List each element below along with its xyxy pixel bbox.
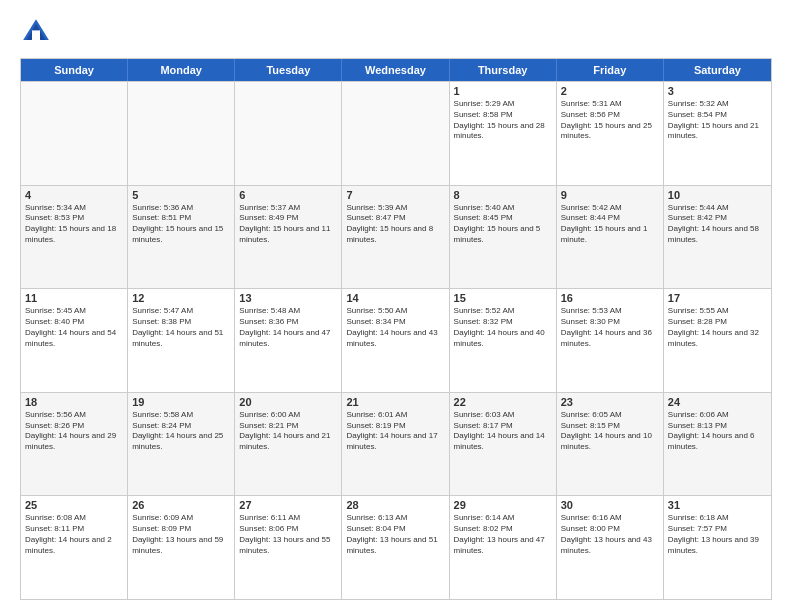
cal-cell-day-14: 14Sunrise: 5:50 AM Sunset: 8:34 PM Dayli… <box>342 289 449 392</box>
day-number: 11 <box>25 292 123 304</box>
cal-cell-day-3: 3Sunrise: 5:32 AM Sunset: 8:54 PM Daylig… <box>664 82 771 185</box>
day-number: 15 <box>454 292 552 304</box>
cell-info: Sunrise: 6:05 AM Sunset: 8:15 PM Dayligh… <box>561 410 659 453</box>
day-number: 19 <box>132 396 230 408</box>
cal-cell-day-2: 2Sunrise: 5:31 AM Sunset: 8:56 PM Daylig… <box>557 82 664 185</box>
day-number: 5 <box>132 189 230 201</box>
cal-cell-day-1: 1Sunrise: 5:29 AM Sunset: 8:58 PM Daylig… <box>450 82 557 185</box>
cell-info: Sunrise: 5:31 AM Sunset: 8:56 PM Dayligh… <box>561 99 659 142</box>
day-number: 31 <box>668 499 767 511</box>
cell-info: Sunrise: 6:06 AM Sunset: 8:13 PM Dayligh… <box>668 410 767 453</box>
cal-cell-day-30: 30Sunrise: 6:16 AM Sunset: 8:00 PM Dayli… <box>557 496 664 599</box>
cal-cell-day-31: 31Sunrise: 6:18 AM Sunset: 7:57 PM Dayli… <box>664 496 771 599</box>
cal-cell-day-6: 6Sunrise: 5:37 AM Sunset: 8:49 PM Daylig… <box>235 186 342 289</box>
cell-info: Sunrise: 5:40 AM Sunset: 8:45 PM Dayligh… <box>454 203 552 246</box>
cell-info: Sunrise: 6:14 AM Sunset: 8:02 PM Dayligh… <box>454 513 552 556</box>
cell-info: Sunrise: 6:03 AM Sunset: 8:17 PM Dayligh… <box>454 410 552 453</box>
cell-info: Sunrise: 5:32 AM Sunset: 8:54 PM Dayligh… <box>668 99 767 142</box>
cal-cell-day-25: 25Sunrise: 6:08 AM Sunset: 8:11 PM Dayli… <box>21 496 128 599</box>
day-number: 7 <box>346 189 444 201</box>
cell-info: Sunrise: 5:53 AM Sunset: 8:30 PM Dayligh… <box>561 306 659 349</box>
cell-info: Sunrise: 5:48 AM Sunset: 8:36 PM Dayligh… <box>239 306 337 349</box>
cal-header-thursday: Thursday <box>450 59 557 81</box>
cell-info: Sunrise: 5:34 AM Sunset: 8:53 PM Dayligh… <box>25 203 123 246</box>
day-number: 20 <box>239 396 337 408</box>
cal-header-sunday: Sunday <box>21 59 128 81</box>
cal-cell-day-22: 22Sunrise: 6:03 AM Sunset: 8:17 PM Dayli… <box>450 393 557 496</box>
logo <box>20 16 56 48</box>
cal-cell-day-18: 18Sunrise: 5:56 AM Sunset: 8:26 PM Dayli… <box>21 393 128 496</box>
day-number: 3 <box>668 85 767 97</box>
cal-cell-day-29: 29Sunrise: 6:14 AM Sunset: 8:02 PM Dayli… <box>450 496 557 599</box>
cell-info: Sunrise: 6:11 AM Sunset: 8:06 PM Dayligh… <box>239 513 337 556</box>
calendar-body: 1Sunrise: 5:29 AM Sunset: 8:58 PM Daylig… <box>21 81 771 599</box>
cell-info: Sunrise: 5:47 AM Sunset: 8:38 PM Dayligh… <box>132 306 230 349</box>
cell-info: Sunrise: 5:55 AM Sunset: 8:28 PM Dayligh… <box>668 306 767 349</box>
cal-cell-day-26: 26Sunrise: 6:09 AM Sunset: 8:09 PM Dayli… <box>128 496 235 599</box>
cal-week-4: 25Sunrise: 6:08 AM Sunset: 8:11 PM Dayli… <box>21 495 771 599</box>
cal-cell-day-5: 5Sunrise: 5:36 AM Sunset: 8:51 PM Daylig… <box>128 186 235 289</box>
cal-cell-day-28: 28Sunrise: 6:13 AM Sunset: 8:04 PM Dayli… <box>342 496 449 599</box>
cal-week-3: 18Sunrise: 5:56 AM Sunset: 8:26 PM Dayli… <box>21 392 771 496</box>
svg-rect-2 <box>32 30 40 41</box>
cal-cell-day-17: 17Sunrise: 5:55 AM Sunset: 8:28 PM Dayli… <box>664 289 771 392</box>
day-number: 28 <box>346 499 444 511</box>
cal-cell-empty <box>21 82 128 185</box>
cal-header-wednesday: Wednesday <box>342 59 449 81</box>
day-number: 9 <box>561 189 659 201</box>
cell-info: Sunrise: 5:52 AM Sunset: 8:32 PM Dayligh… <box>454 306 552 349</box>
cal-cell-day-9: 9Sunrise: 5:42 AM Sunset: 8:44 PM Daylig… <box>557 186 664 289</box>
cal-cell-day-24: 24Sunrise: 6:06 AM Sunset: 8:13 PM Dayli… <box>664 393 771 496</box>
cell-info: Sunrise: 5:42 AM Sunset: 8:44 PM Dayligh… <box>561 203 659 246</box>
day-number: 10 <box>668 189 767 201</box>
cal-cell-day-13: 13Sunrise: 5:48 AM Sunset: 8:36 PM Dayli… <box>235 289 342 392</box>
day-number: 25 <box>25 499 123 511</box>
cell-info: Sunrise: 5:45 AM Sunset: 8:40 PM Dayligh… <box>25 306 123 349</box>
cal-cell-day-12: 12Sunrise: 5:47 AM Sunset: 8:38 PM Dayli… <box>128 289 235 392</box>
cal-cell-day-27: 27Sunrise: 6:11 AM Sunset: 8:06 PM Dayli… <box>235 496 342 599</box>
cal-header-saturday: Saturday <box>664 59 771 81</box>
cell-info: Sunrise: 6:13 AM Sunset: 8:04 PM Dayligh… <box>346 513 444 556</box>
day-number: 27 <box>239 499 337 511</box>
day-number: 14 <box>346 292 444 304</box>
day-number: 6 <box>239 189 337 201</box>
day-number: 23 <box>561 396 659 408</box>
cal-cell-empty <box>342 82 449 185</box>
cal-week-0: 1Sunrise: 5:29 AM Sunset: 8:58 PM Daylig… <box>21 81 771 185</box>
cal-cell-day-23: 23Sunrise: 6:05 AM Sunset: 8:15 PM Dayli… <box>557 393 664 496</box>
day-number: 16 <box>561 292 659 304</box>
cal-cell-day-21: 21Sunrise: 6:01 AM Sunset: 8:19 PM Dayli… <box>342 393 449 496</box>
day-number: 4 <box>25 189 123 201</box>
cell-info: Sunrise: 6:18 AM Sunset: 7:57 PM Dayligh… <box>668 513 767 556</box>
day-number: 26 <box>132 499 230 511</box>
cal-week-1: 4Sunrise: 5:34 AM Sunset: 8:53 PM Daylig… <box>21 185 771 289</box>
cell-info: Sunrise: 6:16 AM Sunset: 8:00 PM Dayligh… <box>561 513 659 556</box>
cal-cell-day-20: 20Sunrise: 6:00 AM Sunset: 8:21 PM Dayli… <box>235 393 342 496</box>
cal-week-2: 11Sunrise: 5:45 AM Sunset: 8:40 PM Dayli… <box>21 288 771 392</box>
day-number: 21 <box>346 396 444 408</box>
cal-cell-day-7: 7Sunrise: 5:39 AM Sunset: 8:47 PM Daylig… <box>342 186 449 289</box>
day-number: 22 <box>454 396 552 408</box>
day-number: 30 <box>561 499 659 511</box>
cal-cell-day-16: 16Sunrise: 5:53 AM Sunset: 8:30 PM Dayli… <box>557 289 664 392</box>
calendar: SundayMondayTuesdayWednesdayThursdayFrid… <box>20 58 772 600</box>
cell-info: Sunrise: 5:58 AM Sunset: 8:24 PM Dayligh… <box>132 410 230 453</box>
cell-info: Sunrise: 6:08 AM Sunset: 8:11 PM Dayligh… <box>25 513 123 556</box>
cell-info: Sunrise: 5:29 AM Sunset: 8:58 PM Dayligh… <box>454 99 552 142</box>
page: SundayMondayTuesdayWednesdayThursdayFrid… <box>0 0 792 612</box>
day-number: 13 <box>239 292 337 304</box>
cal-cell-day-15: 15Sunrise: 5:52 AM Sunset: 8:32 PM Dayli… <box>450 289 557 392</box>
cal-cell-empty <box>235 82 342 185</box>
cal-cell-day-8: 8Sunrise: 5:40 AM Sunset: 8:45 PM Daylig… <box>450 186 557 289</box>
cal-header-friday: Friday <box>557 59 664 81</box>
day-number: 29 <box>454 499 552 511</box>
cell-info: Sunrise: 5:56 AM Sunset: 8:26 PM Dayligh… <box>25 410 123 453</box>
day-number: 8 <box>454 189 552 201</box>
day-number: 1 <box>454 85 552 97</box>
cell-info: Sunrise: 5:44 AM Sunset: 8:42 PM Dayligh… <box>668 203 767 246</box>
cell-info: Sunrise: 5:50 AM Sunset: 8:34 PM Dayligh… <box>346 306 444 349</box>
cal-cell-day-10: 10Sunrise: 5:44 AM Sunset: 8:42 PM Dayli… <box>664 186 771 289</box>
day-number: 12 <box>132 292 230 304</box>
day-number: 17 <box>668 292 767 304</box>
logo-icon <box>20 16 52 48</box>
